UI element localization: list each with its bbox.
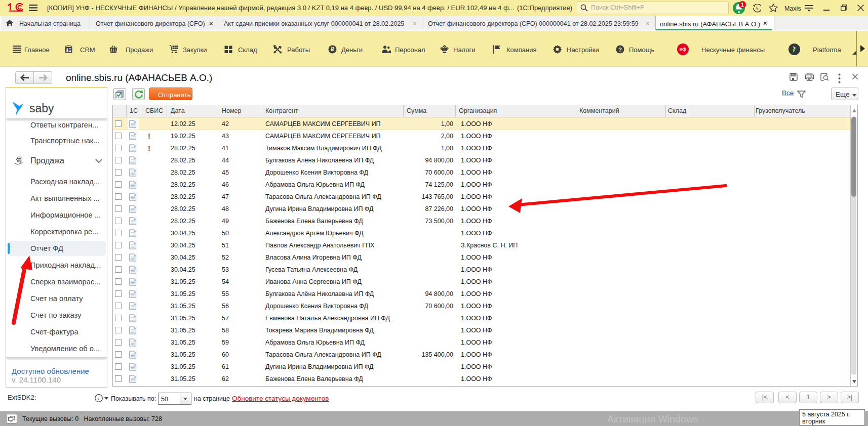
svg-text:₽: ₽	[331, 46, 334, 52]
svg-text:i: i	[98, 395, 99, 401]
svg-text:1: 1	[741, 2, 744, 8]
svg-text:?: ?	[618, 47, 622, 53]
